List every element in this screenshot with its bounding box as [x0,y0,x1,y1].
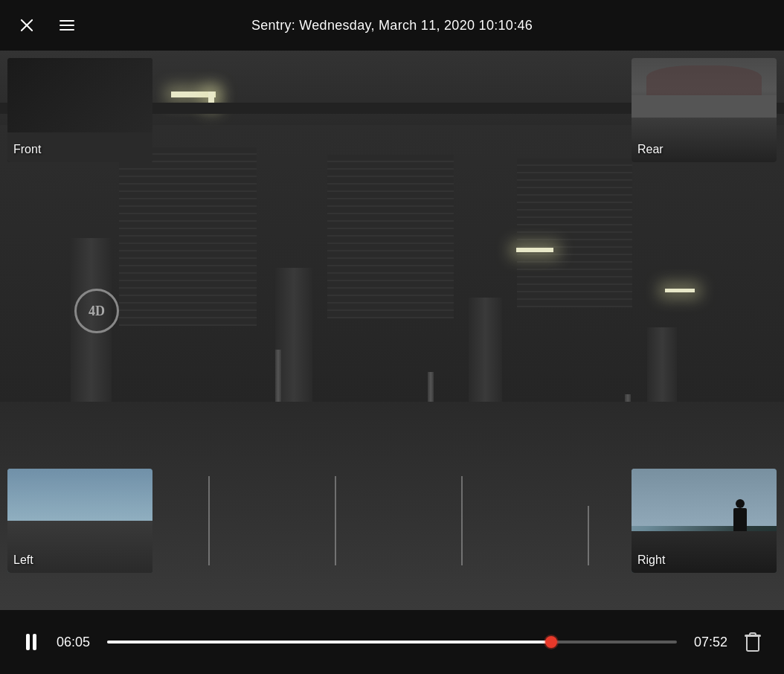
right-camera-label: Right [637,553,665,567]
right-camera-thumbnail[interactable]: Right [632,469,777,573]
trash-lines [751,639,754,648]
front-camera-thumbnail[interactable]: Front [7,58,152,162]
person-silhouette [733,508,747,542]
pause-bar-right [33,634,36,650]
progress-track[interactable] [107,641,677,643]
controls-bar: 06:05 07:52 [0,610,784,674]
menu-line [60,20,74,22]
ceiling-light-4 [665,289,695,292]
video-area: 4D Front Rear Left Right [0,51,784,610]
pause-button[interactable] [18,629,45,655]
level-sign: 4D [74,289,119,333]
pause-bar-left [26,634,30,650]
parking-line-2 [335,476,336,565]
rear-camera-label: Rear [637,143,663,156]
left-camera-thumbnail[interactable]: Left [7,469,152,573]
progress-fill [107,641,551,643]
shutter-2 [327,155,454,318]
current-time: 06:05 [57,635,95,650]
duration-time: 07:52 [689,635,727,650]
close-button[interactable] [15,13,39,37]
page-title: Sentry: Wednesday, March 11, 2020 10:10:… [251,18,533,33]
trash-body [746,637,759,652]
left-camera-label: Left [13,553,33,567]
shutter-3 [517,158,632,307]
parking-line-4 [588,506,589,565]
ceiling-light-3 [516,248,553,252]
pause-icon [26,634,36,650]
trash-icon [745,632,761,652]
menu-button[interactable] [54,14,80,36]
menu-line [60,25,74,26]
shutter-1 [119,147,257,326]
menu-line [60,29,74,31]
parking-line-3 [461,476,463,565]
delete-button[interactable] [739,629,766,655]
parking-line-1 [208,476,210,565]
front-camera-label: Front [13,143,41,156]
top-bar: Sentry: Wednesday, March 11, 2020 10:10:… [0,0,784,51]
progress-thumb[interactable] [545,636,557,648]
rear-camera-thumbnail[interactable]: Rear [632,58,777,162]
